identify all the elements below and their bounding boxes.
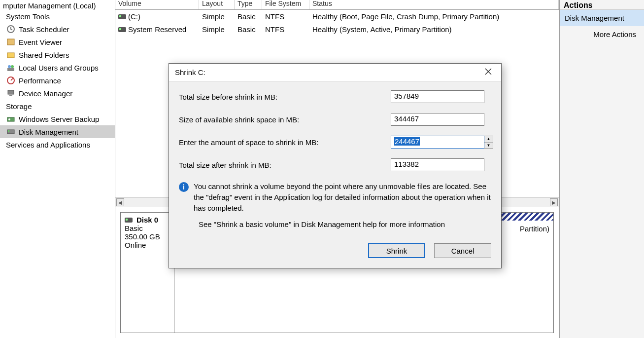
vol-name: (C:) bbox=[128, 12, 140, 21]
svg-point-3 bbox=[8, 65, 11, 68]
tree-disk-management[interactable]: Disk Management bbox=[0, 125, 115, 138]
tree-shared-folders[interactable]: Shared Folders bbox=[0, 48, 115, 61]
tree-ws-backup[interactable]: Windows Server Backup bbox=[0, 113, 115, 125]
input-shrink-amount[interactable]: 244467 bbox=[391, 136, 484, 149]
volume-row[interactable]: System Reserved Simple Basic NTFS Health… bbox=[115, 23, 559, 36]
help-text: See "Shrink a basic volume" in Disk Mana… bbox=[199, 220, 491, 228]
tree-label: Disk Management bbox=[19, 128, 78, 136]
disk-size: 350.00 GB bbox=[125, 232, 170, 241]
tree-label: Task Scheduler bbox=[19, 25, 69, 34]
svg-rect-5 bbox=[7, 68, 14, 71]
tree-label: System Tools bbox=[6, 12, 50, 21]
spinner: ▲ ▼ bbox=[484, 136, 493, 149]
svg-rect-12 bbox=[8, 130, 9, 132]
disk-type: Basic bbox=[125, 224, 170, 232]
col-status[interactable]: Status bbox=[309, 0, 559, 10]
svg-point-10 bbox=[8, 118, 10, 120]
event-icon bbox=[6, 37, 16, 47]
tree-label: Windows Server Backup bbox=[19, 115, 99, 123]
scroll-right-button[interactable]: ▶ bbox=[550, 198, 558, 206]
vol-name: System Reserved bbox=[128, 25, 186, 34]
nav-tree: mputer Management (Local) System Tools T… bbox=[0, 0, 115, 338]
tree-label: Storage bbox=[6, 102, 32, 111]
disk-icon bbox=[6, 127, 16, 137]
col-layout[interactable]: Layout bbox=[199, 0, 235, 10]
tree-storage[interactable]: Storage bbox=[0, 100, 115, 113]
disk-icon bbox=[125, 218, 133, 223]
vol-fs: NTFS bbox=[262, 25, 309, 34]
volume-icon bbox=[118, 14, 126, 19]
tree-local-users[interactable]: Local Users and Groups bbox=[0, 61, 115, 74]
tree-label: Performance bbox=[19, 76, 61, 85]
dialog-title: Shrink C: bbox=[175, 68, 205, 76]
folder-icon bbox=[6, 50, 16, 60]
actions-pane: Actions Disk Management More Actions bbox=[559, 0, 644, 338]
vol-type: Basic bbox=[235, 12, 262, 21]
vol-fs: NTFS bbox=[262, 12, 309, 21]
col-fs[interactable]: File System bbox=[262, 0, 309, 10]
tree-task-scheduler[interactable]: Task Scheduler bbox=[0, 23, 115, 36]
backup-icon bbox=[6, 114, 16, 124]
shrink-button[interactable]: Shrink bbox=[368, 243, 425, 258]
vol-status: Healthy (System, Active, Primary Partiti… bbox=[309, 25, 559, 34]
label-total-after: Total size after shrink in MB: bbox=[179, 161, 391, 169]
tree-services-apps[interactable]: Services and Applications bbox=[0, 138, 115, 151]
actions-header: Actions bbox=[560, 0, 644, 10]
spin-down-button[interactable]: ▼ bbox=[484, 143, 493, 149]
perf-icon bbox=[6, 75, 16, 85]
svg-rect-8 bbox=[9, 95, 12, 96]
disk-info[interactable]: Disk 0 Basic 350.00 GB Online bbox=[120, 212, 174, 333]
label-available: Size of available shrink space in MB: bbox=[179, 115, 391, 124]
tree-label: Services and Applications bbox=[6, 141, 90, 149]
col-type[interactable]: Type bbox=[235, 0, 262, 10]
field-available: 344467 bbox=[391, 113, 484, 126]
tree-root[interactable]: mputer Management (Local) bbox=[0, 1, 115, 10]
disk-title: Disk 0 bbox=[136, 216, 158, 224]
dialog-titlebar: Shrink C: bbox=[169, 64, 501, 81]
tree-label: Local Users and Groups bbox=[19, 64, 99, 72]
close-icon bbox=[485, 68, 492, 75]
vol-type: Basic bbox=[235, 25, 262, 34]
clock-icon bbox=[6, 24, 16, 34]
volume-row[interactable]: (C:) Simple Basic NTFS Healthy (Boot, Pa… bbox=[115, 10, 559, 23]
vol-layout: Simple bbox=[199, 12, 235, 21]
tree-root-label: mputer Management (Local) bbox=[3, 1, 96, 10]
svg-rect-1 bbox=[7, 39, 14, 45]
label-total-before: Total size before shrink in MB: bbox=[179, 93, 391, 101]
vol-layout: Simple bbox=[199, 25, 235, 34]
field-total-after: 113382 bbox=[391, 158, 484, 171]
tree-event-viewer[interactable]: Event Viewer bbox=[0, 36, 115, 48]
disk-state: Online bbox=[125, 241, 170, 249]
info-text: You cannot shrink a volume beyond the po… bbox=[194, 181, 491, 213]
shrink-dialog: Shrink C: Total size before shrink in MB… bbox=[169, 63, 502, 268]
spin-up-button[interactable]: ▲ bbox=[484, 136, 493, 143]
label-enter-amount: Enter the amount of space to shrink in M… bbox=[179, 138, 391, 147]
actions-disk-management[interactable]: Disk Management bbox=[560, 10, 644, 26]
volume-list-header: Volume Layout Type File System Status bbox=[115, 0, 559, 10]
tree-performance[interactable]: Performance bbox=[0, 74, 115, 87]
svg-point-4 bbox=[11, 65, 14, 68]
field-total-before: 357849 bbox=[391, 90, 484, 103]
input-shrink-value: 244467 bbox=[394, 137, 420, 146]
scroll-left-button[interactable]: ◀ bbox=[116, 198, 124, 206]
users-icon bbox=[6, 63, 16, 73]
volume-icon bbox=[118, 27, 126, 32]
tree-label: Shared Folders bbox=[19, 51, 69, 59]
device-icon bbox=[6, 88, 16, 98]
tree-label: Event Viewer bbox=[19, 38, 62, 46]
tree-device-manager[interactable]: Device Manager bbox=[0, 87, 115, 100]
info-icon: i bbox=[179, 182, 189, 192]
svg-rect-2 bbox=[7, 53, 14, 58]
vol-status: Healthy (Boot, Page File, Crash Dump, Pr… bbox=[309, 12, 559, 21]
svg-rect-7 bbox=[8, 90, 14, 94]
actions-more[interactable]: More Actions bbox=[560, 26, 644, 42]
close-button[interactable] bbox=[481, 67, 495, 77]
col-volume[interactable]: Volume bbox=[115, 0, 199, 10]
cancel-button[interactable]: Cancel bbox=[434, 243, 491, 258]
tree-label: Device Manager bbox=[19, 89, 72, 98]
tree-system-tools[interactable]: System Tools bbox=[0, 10, 115, 23]
